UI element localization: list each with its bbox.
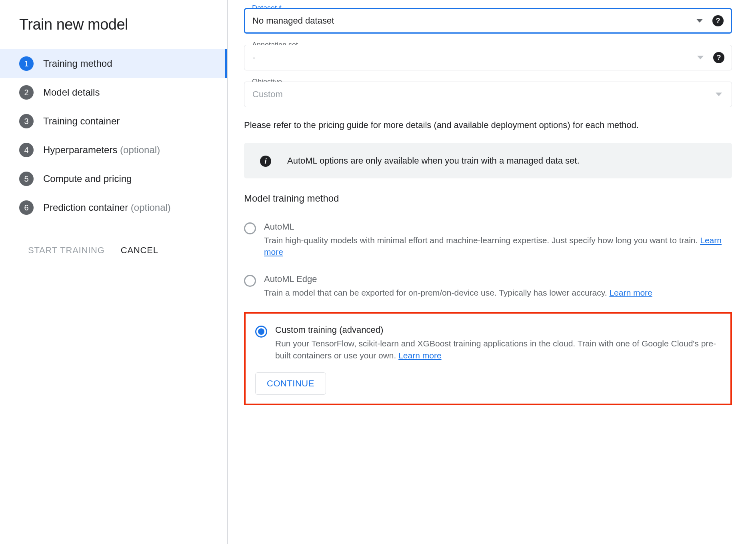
option-desc: Run your TensorFlow, scikit-learn and XG… xyxy=(275,338,721,361)
step-number: 6 xyxy=(19,200,34,215)
step-label: Compute and pricing xyxy=(43,173,132,184)
highlight-custom-training: Custom training (advanced) Run your Tens… xyxy=(244,312,732,405)
option-custom-training[interactable]: Custom training (advanced) Run your Tens… xyxy=(255,325,721,361)
option-desc: Train a model that can be exported for o… xyxy=(264,287,732,298)
step-training-method[interactable]: 1 Training method xyxy=(0,49,227,78)
option-automl-edge: AutoML Edge Train a model that can be ex… xyxy=(244,274,732,298)
radio-automl-edge xyxy=(244,275,256,287)
option-automl: AutoML Train high-quality models with mi… xyxy=(244,222,732,258)
step-number: 3 xyxy=(19,114,34,128)
cancel-button[interactable]: CANCEL xyxy=(121,242,158,259)
chevron-down-icon xyxy=(716,93,722,96)
step-number: 4 xyxy=(19,143,34,157)
step-label: Training method xyxy=(43,58,112,69)
objective-select: Custom xyxy=(244,82,732,107)
pricing-note: Please refer to the pricing guide for mo… xyxy=(244,118,732,132)
chevron-down-icon xyxy=(696,19,703,23)
step-label: Training container xyxy=(43,116,120,127)
info-icon: i xyxy=(260,156,271,167)
step-label: Prediction container (optional) xyxy=(43,202,171,213)
dataset-select[interactable]: No managed dataset ? xyxy=(244,8,732,34)
option-title: Custom training (advanced) xyxy=(275,325,721,335)
info-text: AutoML options are only available when y… xyxy=(287,154,580,167)
learn-more-link[interactable]: Learn more xyxy=(609,288,652,297)
step-hyperparameters[interactable]: 4 Hyperparameters (optional) xyxy=(0,136,227,164)
help-icon[interactable]: ? xyxy=(713,52,724,63)
step-training-container[interactable]: 3 Training container xyxy=(0,107,227,136)
option-title: AutoML Edge xyxy=(264,274,732,284)
step-compute-pricing[interactable]: 5 Compute and pricing xyxy=(0,164,227,193)
objective-value: Custom xyxy=(252,89,708,100)
option-title: AutoML xyxy=(264,222,732,232)
start-training-button: START TRAINING xyxy=(28,242,105,259)
help-icon[interactable]: ? xyxy=(712,15,724,26)
dataset-value: No managed dataset xyxy=(252,16,708,26)
radio-automl xyxy=(244,222,256,234)
step-label: Model details xyxy=(43,87,100,98)
step-number: 5 xyxy=(19,172,34,186)
step-number: 2 xyxy=(19,85,34,100)
continue-button[interactable]: CONTINUE xyxy=(255,372,326,395)
info-banner: i AutoML options are only available when… xyxy=(244,143,732,178)
option-desc: Train high-quality models with minimal e… xyxy=(264,234,732,258)
step-model-details[interactable]: 2 Model details xyxy=(0,78,227,107)
radio-custom-training[interactable] xyxy=(255,326,267,338)
annotation-value: - xyxy=(252,52,708,63)
learn-more-link[interactable]: Learn more xyxy=(398,351,441,360)
annotation-select: - ? xyxy=(244,45,732,70)
section-title: Model training method xyxy=(244,193,732,204)
step-number: 1 xyxy=(19,56,34,71)
step-prediction-container[interactable]: 6 Prediction container (optional) xyxy=(0,193,227,222)
step-label: Hyperparameters (optional) xyxy=(43,144,160,156)
chevron-down-icon xyxy=(697,56,704,60)
page-title: Train new model xyxy=(19,16,227,33)
